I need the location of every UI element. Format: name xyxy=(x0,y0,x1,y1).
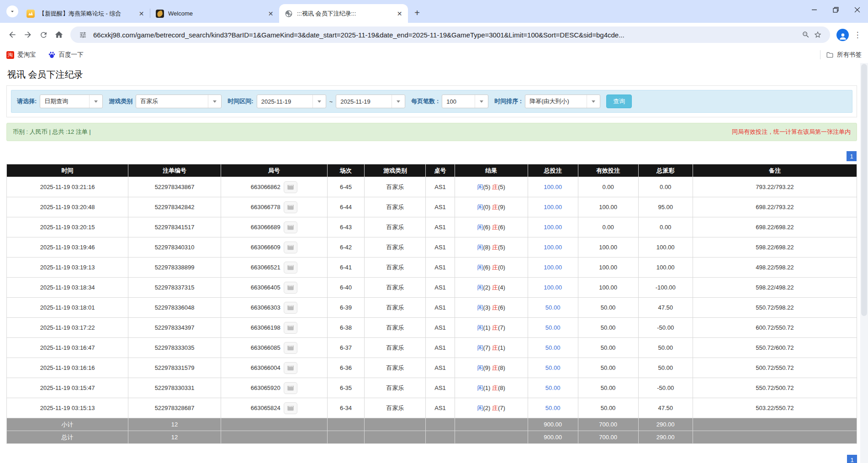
cell-valid-bet: 50.00 xyxy=(578,398,638,418)
page-button[interactable]: 1 xyxy=(847,151,857,161)
cell-total-bet[interactable]: 100.00 xyxy=(528,217,578,237)
cell-total-bet[interactable]: 100.00 xyxy=(528,278,578,298)
scrollbar[interactable] xyxy=(860,63,868,463)
cell-table-number: AS1 xyxy=(426,358,455,378)
subtotal-cell: 12 xyxy=(128,418,221,431)
video-replay-button[interactable] xyxy=(284,242,297,253)
cell-total-bet[interactable]: 50.00 xyxy=(528,398,578,418)
cell-table-number: AS1 xyxy=(426,197,455,217)
cell-total-bet[interactable]: 100.00 xyxy=(528,258,578,278)
close-icon[interactable]: ✕ xyxy=(138,10,145,17)
table-row: 2025-11-19 03:15:47522978330331663065920… xyxy=(7,378,857,398)
column-header: 注单编号 xyxy=(128,164,221,177)
forward-icon[interactable] xyxy=(20,27,36,42)
cell-table-number: AS1 xyxy=(426,217,455,237)
bookmark-baidu[interactable]: 百度一下 xyxy=(48,51,84,59)
round-number: 663066609 xyxy=(251,244,281,251)
cell-game-category: 百家乐 xyxy=(365,197,426,217)
video-replay-button[interactable] xyxy=(284,282,297,294)
cell-total-bet[interactable]: 50.00 xyxy=(528,358,578,378)
per-page-select[interactable]: 100 xyxy=(442,95,488,108)
cell-time: 2025-11-19 03:18:34 xyxy=(7,278,128,298)
scrollbar-thumb[interactable] xyxy=(861,64,867,316)
cell-time: 2025-11-19 03:19:13 xyxy=(7,258,128,278)
forum-favicon-icon xyxy=(26,10,35,18)
back-icon[interactable] xyxy=(5,27,20,42)
bookmark-star-icon[interactable] xyxy=(812,29,824,41)
subtotal-cell xyxy=(365,418,426,431)
video-replay-button[interactable] xyxy=(284,302,297,314)
column-header: 场次 xyxy=(327,164,365,177)
video-replay-button[interactable] xyxy=(284,221,297,233)
close-window-button[interactable] xyxy=(847,0,868,19)
cell-payout: 100.00 xyxy=(638,237,693,258)
date-end-select[interactable]: 2025-11-19 xyxy=(336,95,405,108)
home-icon[interactable] xyxy=(51,27,67,42)
total-row: 总计12900.00700.00290.00 xyxy=(7,431,857,444)
video-replay-button[interactable] xyxy=(284,402,297,414)
window-controls xyxy=(804,0,868,19)
cell-total-bet[interactable]: 100.00 xyxy=(528,237,578,258)
chevron-down-icon[interactable] xyxy=(6,5,18,17)
cell-result: 闲(0) 庄(9) xyxy=(455,197,528,217)
round-number: 663065824 xyxy=(251,405,281,411)
sort-order-select[interactable]: 降幂(由大到小) xyxy=(525,95,600,108)
result-player: 闲 xyxy=(477,244,483,251)
chevron-down-icon xyxy=(392,95,405,108)
profile-avatar[interactable] xyxy=(836,29,849,41)
zoom-out-icon[interactable] xyxy=(800,29,812,41)
game-category-select[interactable]: 百家乐 xyxy=(136,95,222,108)
date-start-select[interactable]: 2025-11-19 xyxy=(257,95,326,108)
round-number: 663066303 xyxy=(251,304,281,311)
browser-menu-icon[interactable]: ⋮ xyxy=(852,29,863,41)
all-bookmarks-button[interactable]: 所有书签 xyxy=(826,51,862,59)
cell-bet-number: 522978338899 xyxy=(128,258,221,278)
cell-total-bet[interactable]: 100.00 xyxy=(528,197,578,217)
subtotal-cell xyxy=(426,418,455,431)
video-replay-button[interactable] xyxy=(284,201,297,213)
cell-bet-number: 522978343867 xyxy=(128,177,221,197)
currency-summary: 币别 : 人民币 | 总共 :12 注单 | xyxy=(13,128,91,136)
round-number: 663065920 xyxy=(251,384,281,391)
query-type-select[interactable]: 日期查询 xyxy=(40,95,103,108)
video-replay-button[interactable] xyxy=(284,342,297,354)
tab-welcome[interactable]: Welcome ✕ xyxy=(150,4,279,23)
new-tab-button[interactable]: + xyxy=(411,6,423,19)
cell-total-bet[interactable]: 50.00 xyxy=(528,318,578,338)
bookmark-taobao[interactable]: 淘 爱淘宝 xyxy=(6,51,36,59)
search-button[interactable]: 查询 xyxy=(606,95,632,108)
subtotal-cell xyxy=(221,418,327,431)
page-button[interactable]: 1 xyxy=(847,455,857,463)
cell-round-number: 663065920 xyxy=(221,378,327,398)
url-text[interactable]: 66cxkj98.com/game/betrecord_search/kind3… xyxy=(93,31,800,39)
total-cell xyxy=(327,431,365,444)
folder-icon xyxy=(826,51,834,59)
cell-valid-bet: 100.00 xyxy=(578,258,638,278)
site-settings-icon[interactable] xyxy=(77,29,89,41)
tab-betrecord[interactable]: :::视讯 会员下注纪录::: ✕ xyxy=(279,4,408,23)
video-replay-button[interactable] xyxy=(284,382,297,394)
reload-icon[interactable] xyxy=(36,27,51,42)
cell-total-bet[interactable]: 50.00 xyxy=(528,298,578,318)
close-icon[interactable]: ✕ xyxy=(396,10,403,17)
cell-total-bet[interactable]: 50.00 xyxy=(528,338,578,358)
cell-valid-bet: 50.00 xyxy=(578,318,638,338)
close-icon[interactable]: ✕ xyxy=(267,10,275,17)
video-replay-button[interactable] xyxy=(284,362,297,374)
cell-game-category: 百家乐 xyxy=(365,258,426,278)
round-number: 663066004 xyxy=(251,364,281,371)
video-replay-button[interactable] xyxy=(284,262,297,274)
cell-payout: 0.00 xyxy=(638,177,693,197)
minimize-button[interactable] xyxy=(804,0,825,19)
range-separator: ~ xyxy=(329,98,333,105)
video-replay-button[interactable] xyxy=(284,322,297,334)
restore-button[interactable] xyxy=(825,0,847,19)
address-bar[interactable]: 66cxkj98.com/game/betrecord_search/kind3… xyxy=(70,26,830,43)
video-replay-button[interactable] xyxy=(284,181,297,193)
total-cell xyxy=(365,431,426,444)
cell-total-bet[interactable]: 100.00 xyxy=(528,177,578,197)
tab-forum[interactable]: 【新提醒】海燕策略论坛 - 综合 ✕ xyxy=(21,4,150,23)
cell-total-bet[interactable]: 50.00 xyxy=(528,378,578,398)
cell-note: 600.72/550.72 xyxy=(693,318,857,338)
column-header: 总投注 xyxy=(528,164,578,177)
